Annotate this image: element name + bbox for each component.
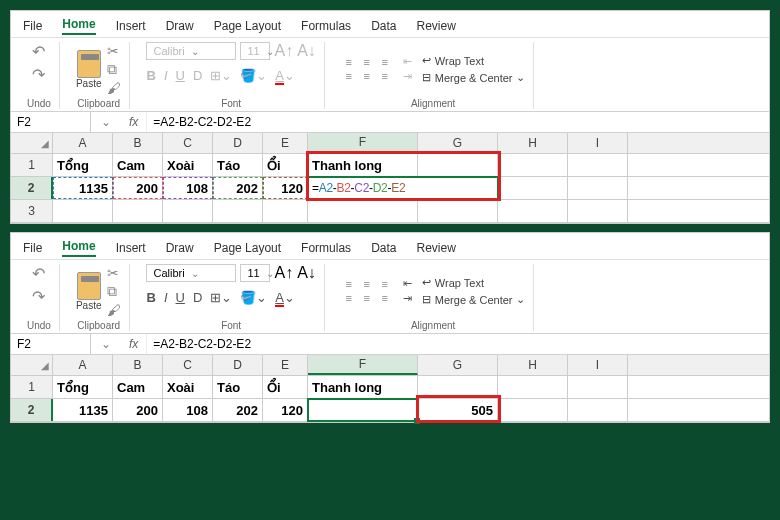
align-buttons[interactable]: ≡≡≡≡≡≡	[341, 278, 393, 304]
cell[interactable]: 200	[113, 399, 163, 421]
tab-home[interactable]: Home	[62, 17, 95, 35]
tab-data[interactable]: Data	[371, 241, 396, 255]
col-header[interactable]: F	[308, 133, 418, 153]
cell[interactable]: Thanh long	[308, 376, 418, 398]
font-color-icon[interactable]: A⌄	[275, 68, 295, 83]
cell[interactable]	[53, 200, 113, 222]
fill-color-icon[interactable]: 🪣⌄	[240, 68, 267, 83]
wrap-text-button[interactable]: ↩Wrap Text	[422, 54, 526, 67]
font-name-select[interactable]: Calibri	[146, 42, 236, 60]
decrease-indent-icon[interactable]: ⇤	[403, 277, 412, 290]
cell[interactable]	[263, 200, 308, 222]
col-header[interactable]: G	[418, 133, 498, 153]
formula-input[interactable]: =A2-B2-C2-D2-E2	[147, 334, 769, 354]
increase-indent-icon[interactable]: ⇥	[403, 292, 412, 305]
wrap-text-button[interactable]: ↩Wrap Text	[422, 276, 526, 289]
col-header[interactable]: G	[418, 355, 498, 375]
cell[interactable]: Cam	[113, 376, 163, 398]
cell[interactable]: 120	[263, 177, 308, 199]
col-header[interactable]: C	[163, 355, 213, 375]
cell[interactable]	[418, 154, 498, 176]
col-header[interactable]: H	[498, 355, 568, 375]
cell[interactable]	[113, 200, 163, 222]
tab-home[interactable]: Home	[62, 239, 95, 257]
cell[interactable]: 120	[263, 399, 308, 421]
bold-button[interactable]: B	[146, 68, 155, 83]
cell[interactable]	[498, 200, 568, 222]
col-header[interactable]: A	[53, 355, 113, 375]
cell[interactable]	[498, 177, 568, 199]
double-underline-button[interactable]: D	[193, 68, 202, 83]
format-painter-icon[interactable]: 🖌	[107, 302, 121, 318]
tab-formulas[interactable]: Formulas	[301, 241, 351, 255]
row-header[interactable]: 2	[11, 399, 53, 421]
cell[interactable]: Tổng	[53, 154, 113, 176]
col-header[interactable]: I	[568, 133, 628, 153]
font-name-select[interactable]: Calibri	[146, 264, 236, 282]
tab-insert[interactable]: Insert	[116, 19, 146, 33]
copy-icon[interactable]: ⧉	[107, 61, 121, 78]
tab-draw[interactable]: Draw	[166, 19, 194, 33]
col-header[interactable]: I	[568, 355, 628, 375]
cell[interactable]: Cam	[113, 154, 163, 176]
cell[interactable]: 202	[213, 399, 263, 421]
increase-font-icon[interactable]: A↑	[274, 42, 293, 60]
name-box[interactable]: F2	[11, 112, 91, 132]
double-underline-button[interactable]: D	[193, 290, 202, 305]
cell[interactable]	[568, 177, 628, 199]
cell[interactable]: Ổi	[263, 154, 308, 176]
cell[interactable]: 108	[163, 177, 213, 199]
cell[interactable]: 505	[418, 399, 498, 421]
italic-button[interactable]: I	[164, 68, 168, 83]
align-buttons[interactable]: ≡≡≡≡≡≡	[341, 56, 393, 82]
tab-insert[interactable]: Insert	[116, 241, 146, 255]
col-header[interactable]: F	[308, 355, 418, 375]
cell[interactable]	[568, 200, 628, 222]
format-painter-icon[interactable]: 🖌	[107, 80, 121, 96]
tab-file[interactable]: File	[23, 19, 42, 33]
cell[interactable]: 1135	[53, 177, 113, 199]
tab-review[interactable]: Review	[416, 19, 455, 33]
decrease-font-icon[interactable]: A↓	[297, 42, 316, 60]
col-header[interactable]: D	[213, 355, 263, 375]
active-cell[interactable]: =A2-B2-C2-D2-E2	[308, 177, 498, 199]
paste-icon[interactable]	[77, 50, 101, 78]
cell[interactable]	[163, 200, 213, 222]
cell[interactable]: Xoài	[163, 154, 213, 176]
cell[interactable]	[568, 154, 628, 176]
redo-icon[interactable]: ↷	[32, 65, 45, 84]
copy-icon[interactable]: ⧉	[107, 283, 121, 300]
underline-button[interactable]: U	[176, 290, 185, 305]
col-header[interactable]: H	[498, 133, 568, 153]
merge-center-button[interactable]: ⊟Merge & Center ⌄	[422, 293, 526, 306]
paste-icon[interactable]	[77, 272, 101, 300]
cell[interactable]	[498, 376, 568, 398]
undo-icon[interactable]: ↶	[32, 264, 45, 283]
font-size-select[interactable]: 11	[240, 264, 270, 282]
tab-formulas[interactable]: Formulas	[301, 19, 351, 33]
font-size-select[interactable]: 11	[240, 42, 270, 60]
cell[interactable]	[568, 376, 628, 398]
underline-button[interactable]: U	[176, 68, 185, 83]
cell[interactable]: 108	[163, 399, 213, 421]
col-header[interactable]: E	[263, 133, 308, 153]
row-header[interactable]: 1	[11, 376, 53, 398]
borders-icon[interactable]: ⊞⌄	[210, 290, 232, 305]
increase-font-icon[interactable]: A↑	[274, 264, 293, 282]
select-all-corner[interactable]: ◢	[11, 133, 53, 153]
cell[interactable]	[308, 200, 418, 222]
col-header[interactable]: D	[213, 133, 263, 153]
row-header[interactable]: 3	[11, 200, 53, 222]
cell[interactable]: 1135	[53, 399, 113, 421]
cell[interactable]: Xoài	[163, 376, 213, 398]
col-header[interactable]: B	[113, 133, 163, 153]
col-header[interactable]: C	[163, 133, 213, 153]
undo-icon[interactable]: ↶	[32, 42, 45, 61]
select-all-corner[interactable]: ◢	[11, 355, 53, 375]
cell[interactable]	[418, 200, 498, 222]
name-box-dropdown-icon[interactable]: ⌄	[91, 115, 121, 129]
fill-color-icon[interactable]: 🪣⌄	[240, 290, 267, 305]
cell[interactable]: Táo	[213, 154, 263, 176]
cell[interactable]	[568, 399, 628, 421]
tab-page-layout[interactable]: Page Layout	[214, 241, 281, 255]
